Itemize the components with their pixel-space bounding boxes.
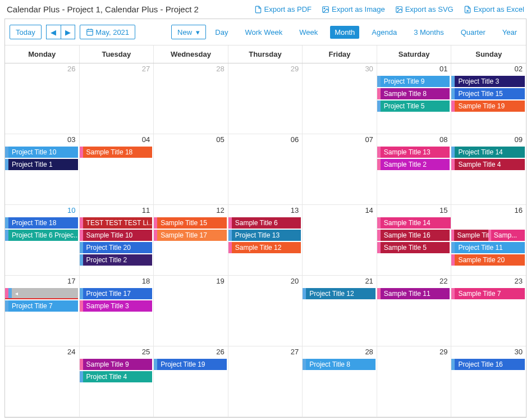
- calendar-cell[interactable]: 09Project Title 14Sample Title 4: [451, 134, 526, 205]
- calendar-event[interactable]: Sample Title 3: [80, 300, 153, 312]
- calendar-event[interactable]: Sample Title 10: [80, 230, 153, 241]
- calendar-event[interactable]: Project Title 7: [5, 300, 78, 312]
- calendar-event[interactable]: Sample Title 8: [377, 88, 450, 99]
- calendar-event[interactable]: Sample Title 18: [80, 147, 153, 158]
- view-agenda[interactable]: Agenda: [367, 26, 401, 39]
- view-day[interactable]: Day: [210, 26, 232, 39]
- date-number: 22: [440, 277, 447, 285]
- calendar-event[interactable]: Sample Title 11: [377, 288, 450, 299]
- date-picker-button[interactable]: May, 2021: [80, 25, 135, 39]
- calendar-cell[interactable]: 27: [80, 63, 154, 134]
- calendar-event[interactable]: Project Title 8: [303, 359, 376, 370]
- calendar-event[interactable]: Project Title 3: [451, 76, 525, 87]
- calendar-event[interactable]: Sample Title 14: [377, 217, 452, 229]
- calendar-cell[interactable]: 21Project Title 12: [303, 276, 377, 346]
- date-number: 28: [216, 65, 224, 73]
- calendar-cell[interactable]: 12Sample Title 15Sample Title 17: [154, 205, 228, 276]
- calendar-event[interactable]: TEST TEST TEST Li...: [80, 217, 153, 229]
- calendar-event[interactable]: Project Title 10: [5, 147, 78, 158]
- calendar-event[interactable]: Project Title 20: [80, 242, 153, 253]
- prev-button[interactable]: ◀: [46, 25, 61, 39]
- calendar-event[interactable]: Sample Title 1: [451, 230, 488, 241]
- next-button[interactable]: ▶: [61, 25, 75, 39]
- view-work-week[interactable]: Work Week: [240, 26, 287, 39]
- calendar-event[interactable]: Sample Title 15: [154, 217, 227, 229]
- calendar-event[interactable]: Project Title 6 Projec...: [5, 230, 78, 241]
- calendar-event[interactable]: Project Title 1: [5, 159, 78, 170]
- calendar-cell[interactable]: 06: [228, 134, 303, 205]
- calendar-cell[interactable]: 30Project Title 16: [451, 346, 526, 417]
- calendar-event[interactable]: Project Title 18: [5, 217, 78, 229]
- calendar-event[interactable]: Sample Title 5: [377, 242, 450, 253]
- calendar-event[interactable]: Project Title 4: [80, 371, 153, 382]
- calendar-event[interactable]: Project Title 11: [451, 242, 525, 253]
- calendar-cell[interactable]: 01Project Title 9Sample Title 8Project T…: [377, 63, 452, 134]
- calendar-cell[interactable]: 08Sample Title 13Sample Title 2: [377, 134, 452, 205]
- calendar-event[interactable]: Project Title 9: [377, 76, 450, 87]
- calendar-event[interactable]: Project Title 5: [377, 101, 450, 112]
- calendar-cell[interactable]: 13Sample Title 6Project Title 13Sample T…: [228, 205, 303, 276]
- calendar-event[interactable]: Project Title 15: [451, 88, 525, 99]
- calendar-cell[interactable]: 19: [154, 276, 228, 346]
- view-week[interactable]: Week: [295, 26, 322, 39]
- calendar-event[interactable]: Sample Title 9: [80, 359, 153, 370]
- calendar-cell[interactable]: 02Project Title 3Project Title 15Sample …: [451, 63, 526, 134]
- calendar-event[interactable]: Sample Title 4: [451, 159, 525, 170]
- today-button[interactable]: Today: [10, 25, 42, 39]
- calendar-event[interactable]: Sample Title 12: [228, 242, 301, 253]
- calendar-event[interactable]: Sample Title 13: [377, 147, 450, 158]
- image-icon: [322, 6, 329, 13]
- date-number: 20: [291, 277, 299, 285]
- calendar-event[interactable]: Sample Title 19: [451, 101, 525, 112]
- calendar-event[interactable]: Samp...: [488, 230, 525, 241]
- calendar-cell[interactable]: 22Sample Title 11: [377, 276, 452, 346]
- calendar-event[interactable]: Sample Title 6: [228, 217, 301, 229]
- export-pdf-link[interactable]: Export as PDF: [254, 5, 312, 13]
- calendar-cell[interactable]: 10Project Title 18Project Title 6 Projec…: [5, 205, 80, 276]
- view-month[interactable]: Month: [330, 26, 359, 39]
- calendar-cell[interactable]: 15Sample Title 14Sample Title 16Sample T…: [377, 205, 452, 276]
- calendar-cell[interactable]: 27: [228, 346, 303, 417]
- calendar-cell[interactable]: 29: [377, 346, 452, 417]
- calendar-cell[interactable]: 30: [303, 63, 377, 134]
- calendar-cell[interactable]: 26: [5, 63, 80, 134]
- view-quarter[interactable]: Quarter: [456, 26, 490, 39]
- calendar-cell[interactable]: 14: [303, 205, 377, 276]
- new-button[interactable]: New ▾: [171, 25, 206, 39]
- calendar-cell[interactable]: 11TEST TEST TEST Li...Sample Title 10Pro…: [80, 205, 154, 276]
- export-excel-link[interactable]: Export as Excel: [464, 5, 524, 13]
- date-number: 18: [142, 277, 150, 285]
- calendar-cell[interactable]: 07: [303, 134, 377, 205]
- calendar-cell[interactable]: 17 Project Title 7: [5, 276, 80, 346]
- calendar-event[interactable]: Sample Title 7: [451, 288, 525, 299]
- calendar-cell[interactable]: 24: [5, 346, 80, 417]
- calendar-event[interactable]: Project Title 14: [451, 147, 525, 158]
- calendar-event[interactable]: [5, 288, 78, 299]
- calendar-cell[interactable]: 26Project Title 19: [154, 346, 228, 417]
- calendar-cell[interactable]: 29: [228, 63, 303, 134]
- calendar-event[interactable]: Sample Title 2: [377, 159, 450, 170]
- calendar-cell[interactable]: 03Project Title 10Project Title 1: [5, 134, 80, 205]
- calendar-cell[interactable]: 05: [154, 134, 228, 205]
- calendar-cell[interactable]: 16Sample Title 1Samp...Project Title 11S…: [451, 205, 526, 276]
- calendar-cell[interactable]: 04Sample Title 18: [80, 134, 154, 205]
- calendar-event[interactable]: Sample Title 20: [451, 254, 525, 266]
- calendar-cell[interactable]: 18Project Title 17Sample Title 3: [80, 276, 154, 346]
- calendar-event[interactable]: Project Title 17: [80, 288, 153, 299]
- calendar-event[interactable]: Project Title 13: [228, 230, 301, 241]
- view-3months[interactable]: 3 Months: [409, 26, 448, 39]
- calendar-event[interactable]: Project Title 12: [303, 288, 376, 299]
- calendar-cell[interactable]: 20: [228, 276, 303, 346]
- calendar-event[interactable]: Project Title 2: [80, 254, 153, 266]
- view-year[interactable]: Year: [498, 26, 521, 39]
- calendar-cell[interactable]: 28: [154, 63, 228, 134]
- calendar-event[interactable]: Project Title 16: [451, 359, 525, 370]
- calendar-cell[interactable]: 23Sample Title 7: [451, 276, 526, 346]
- export-image-link[interactable]: Export as Image: [322, 5, 385, 13]
- calendar-event[interactable]: Project Title 19: [154, 359, 227, 370]
- export-svg-link[interactable]: Export as SVG: [395, 5, 454, 13]
- calendar-event[interactable]: Sample Title 16: [377, 230, 450, 241]
- calendar-event[interactable]: Sample Title 17: [154, 230, 227, 241]
- calendar-cell[interactable]: 25Sample Title 9Project Title 4: [80, 346, 154, 417]
- calendar-cell[interactable]: 28Project Title 8: [303, 346, 377, 417]
